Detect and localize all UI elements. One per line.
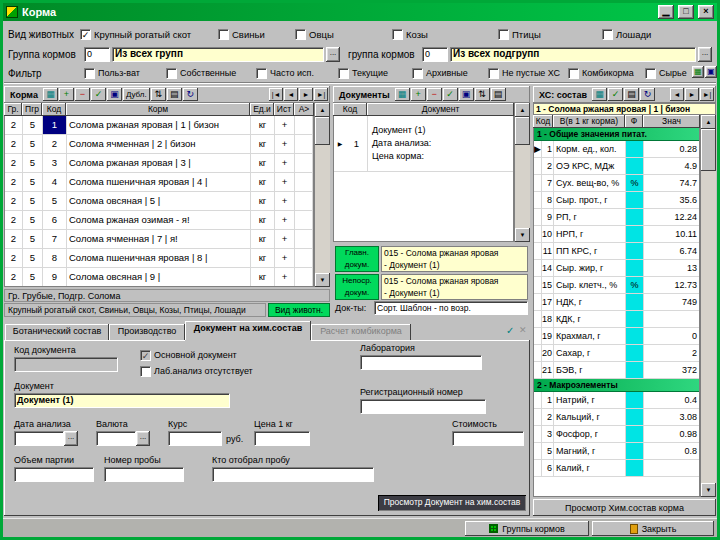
subgroup-code-input[interactable]: 0 — [422, 47, 448, 62]
sort-icon[interactable]: ⇅ — [475, 88, 490, 101]
sampler-input[interactable] — [212, 467, 374, 482]
currency-input[interactable] — [96, 431, 136, 446]
feeds-table-row[interactable]: 2 5 6 Солома ржаная озимая - я! кг + — [5, 211, 313, 230]
delete-icon[interactable]: − — [75, 88, 90, 101]
feeds-table-row[interactable]: 2 5 9 Солома овсяная | 9 | кг + — [5, 268, 313, 287]
chem-table-row[interactable]: 5 Магний, г 0.8 — [534, 443, 699, 460]
document-input[interactable]: Документ (1) — [14, 393, 230, 408]
tab-production[interactable]: Производство — [109, 324, 185, 340]
scroll-down-icon[interactable]: ▼ — [315, 273, 330, 287]
chem-table-row[interactable]: 8 Сыр. прот., г 35.6 — [534, 192, 699, 209]
last-record-button[interactable]: ►| — [700, 88, 714, 101]
animal-checkbox-cattle[interactable]: ✓ Крупный рогатый скот — [80, 28, 191, 40]
rate-input[interactable] — [168, 431, 222, 446]
next-record-button[interactable]: ► — [685, 88, 699, 101]
sample-number-input[interactable] — [104, 467, 184, 482]
add-icon[interactable]: + — [59, 88, 74, 101]
confirm-icon[interactable]: ✓ — [443, 88, 458, 101]
feeds-table-row[interactable]: 2 5 4 Солома пшеничная яровая | 4 | кг + — [5, 173, 313, 192]
scroll-thumb[interactable] — [315, 117, 330, 145]
subgroup-name-field[interactable]: Из всех подгрупп — [450, 47, 696, 62]
close-form-button[interactable]: Закрыть — [592, 521, 714, 536]
scroll-track[interactable] — [701, 129, 716, 483]
feed-groups-button[interactable]: Группы кормов — [465, 521, 589, 536]
analysis-date-input[interactable] — [14, 431, 64, 446]
chem-table-row[interactable]: 2 ОЭ КРС, МДж 4.9 — [534, 158, 699, 175]
first-record-button[interactable]: |◄ — [269, 88, 283, 101]
animal-checkbox-goats[interactable]: Козы — [392, 28, 428, 40]
chem-table-row[interactable]: 18 КДК, г — [534, 311, 699, 328]
chem-table-row[interactable]: 17 НДК, г 749 — [534, 294, 699, 311]
add-icon[interactable]: + — [411, 88, 426, 101]
close-button[interactable]: × — [698, 5, 714, 19]
animal-checkbox-sheep[interactable]: Овцы — [295, 28, 334, 40]
tab-cancel-icon[interactable]: ✕ — [519, 325, 527, 335]
tab-botanical[interactable]: Ботанический состав — [5, 324, 109, 340]
feeds-table-row[interactable]: 2 5 2 Солома ячменная | 2 | бизон кг + — [5, 135, 313, 154]
chem-table-row[interactable]: 20 Сахар, г 2 — [534, 345, 699, 362]
group-name-field[interactable]: Из всех групп — [112, 47, 324, 62]
feeds-table-row[interactable]: 2 5 1 Солома ржаная яровая | 1 | бизон к… — [5, 116, 313, 135]
feeds-table-row[interactable]: 2 5 5 Солома овсяная | 5 | кг + — [5, 192, 313, 211]
scroll-thumb[interactable] — [515, 117, 530, 145]
feeds-table-row[interactable]: 2 5 7 Солома ячменная | 7 | я! кг + — [5, 230, 313, 249]
chem-table-row[interactable]: ▶ 1 Корм. ед., кол. 0.28 — [534, 141, 699, 158]
maximize-button[interactable]: □ — [678, 5, 694, 19]
table-icon[interactable]: ▦ — [43, 88, 58, 101]
sort-icon[interactable]: ⇅ — [151, 88, 166, 101]
scroll-up-icon[interactable]: ▲ — [315, 103, 330, 117]
animal-checkbox-birds[interactable]: Птицы — [498, 28, 541, 40]
laboratory-input[interactable] — [360, 355, 482, 370]
feeds-table-row[interactable]: 2 5 8 Солома пшеничная яровая | 8 | кг + — [5, 249, 313, 268]
filter-grid-icon-button[interactable]: ▦ — [692, 66, 704, 78]
scroll-track[interactable] — [515, 117, 530, 228]
print-icon[interactable]: ▤ — [491, 88, 506, 101]
refresh-icon[interactable]: ↻ — [183, 88, 198, 101]
chem-table-row[interactable]: 1 Натрий, г 0.4 — [534, 392, 699, 409]
chem-table-row[interactable]: 11 ПП КРС, г 6.74 — [534, 243, 699, 260]
print-icon[interactable]: ▤ — [624, 88, 639, 101]
group-picker-button[interactable]: ... — [326, 47, 340, 62]
currency-picker-button[interactable]: ... — [136, 431, 150, 446]
group-code-input[interactable]: 0 — [84, 47, 110, 62]
filter-checkbox-raw[interactable]: Сырье — [645, 67, 687, 79]
prev-record-button[interactable]: ◄ — [670, 88, 684, 101]
filter-checkbox-current[interactable]: Текущие — [338, 67, 388, 79]
next-record-button[interactable]: ► — [299, 88, 313, 101]
no-lab-analysis-checkbox[interactable]: Лаб.анализ отсутствует — [140, 365, 253, 377]
filter-checkbox-user[interactable]: Польз-ват — [84, 67, 140, 79]
tab-chem-document[interactable]: Документ на хим.состав — [185, 321, 311, 340]
filter-copy-icon-button[interactable]: ▣ — [705, 66, 717, 78]
filter-checkbox-frequent[interactable]: Часто исп. — [256, 67, 314, 79]
filter-checkbox-nonempty[interactable]: Не пустые ХС — [488, 67, 560, 79]
feeds-table-row[interactable]: 2 5 3 Солома ржаная яровая | 3 | кг + — [5, 154, 313, 173]
documents-table-row[interactable]: ▶ 1 Документ (1) Дата анализа: Цена корм… — [334, 116, 513, 172]
prev-record-button[interactable]: ◄ — [284, 88, 298, 101]
delete-icon[interactable]: − — [427, 88, 442, 101]
chem-table-row[interactable]: 10 НРП, г 10.11 — [534, 226, 699, 243]
last-record-button[interactable]: ►| — [314, 88, 328, 101]
animal-checkbox-horses[interactable]: Лошади — [602, 28, 651, 40]
documents-sort-field[interactable]: Сорт. Шаблон - по возр. — [374, 301, 528, 315]
scroll-down-icon[interactable]: ▼ — [701, 483, 716, 497]
confirm-icon[interactable]: ✓ — [91, 88, 106, 101]
copy-icon[interactable]: ▣ — [459, 88, 474, 101]
doc-code-input[interactable] — [14, 357, 118, 372]
chem-table-row[interactable]: 19 Крахмал, г 0 — [534, 328, 699, 345]
chem-scrollbar[interactable]: ▲ ▼ — [700, 115, 716, 497]
chem-table-row[interactable]: 21 БЭВ, г 372 — [534, 362, 699, 379]
tab-confirm-icon[interactable]: ✓ — [506, 325, 514, 336]
animal-checkbox-pigs[interactable]: Свиньи — [218, 28, 265, 40]
chem-table-row[interactable]: 7 Сух. вещ-во, % % 74.7 — [534, 175, 699, 192]
feeds-scrollbar[interactable]: ▲ ▼ — [314, 103, 330, 287]
filter-checkbox-own[interactable]: Собственные — [166, 67, 236, 79]
price-per-kg-input[interactable] — [254, 431, 310, 446]
print-icon[interactable]: ▤ — [167, 88, 182, 101]
chem-table-row[interactable]: 6 Калий, г — [534, 460, 699, 477]
filter-checkbox-archive[interactable]: Архивные — [412, 67, 468, 79]
table-icon[interactable]: ▦ — [592, 88, 607, 101]
confirm-icon[interactable]: ✓ — [608, 88, 623, 101]
main-document-checkbox[interactable]: ✓ Основной документ — [140, 349, 237, 361]
minimize-button[interactable]: ▁ — [658, 5, 674, 19]
chem-table-row[interactable]: 15 Сыр. клетч., % % 12.73 — [534, 277, 699, 294]
